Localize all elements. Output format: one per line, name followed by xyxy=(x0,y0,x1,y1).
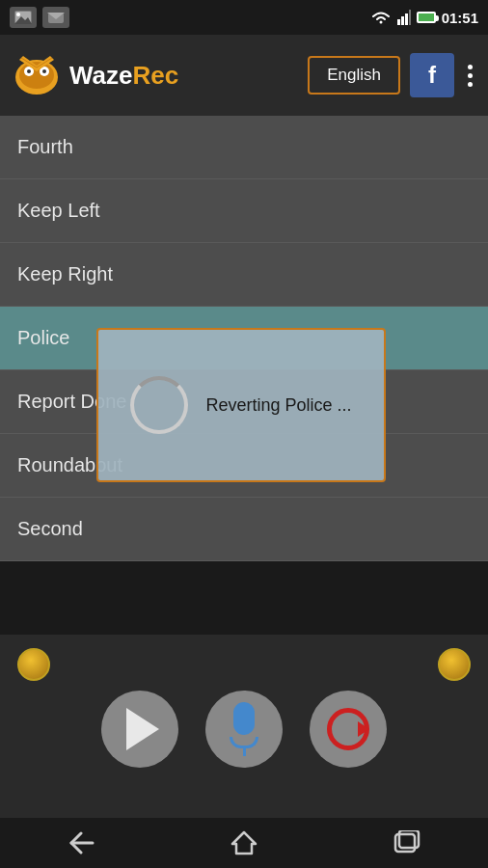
rec-text: Rec xyxy=(133,61,179,90)
list-item[interactable]: Second xyxy=(0,498,488,561)
bottom-top-row xyxy=(0,635,488,681)
svg-rect-6 xyxy=(397,19,400,25)
play-button[interactable] xyxy=(101,691,178,768)
notification-icon xyxy=(42,7,69,28)
loading-text: Reverting Police ... xyxy=(205,395,351,416)
svg-rect-8 xyxy=(405,14,408,25)
mic-body xyxy=(233,702,255,735)
microphone-button[interactable] xyxy=(205,691,283,768)
status-icons-right: 01:51 xyxy=(370,10,478,26)
language-button[interactable]: English xyxy=(308,56,400,95)
mic-base xyxy=(243,748,246,756)
record-c-shape xyxy=(327,708,369,750)
mic-icon xyxy=(230,702,258,756)
play-icon xyxy=(126,708,159,750)
status-bar: 01:51 xyxy=(0,0,488,35)
list-item[interactable]: Keep Left xyxy=(0,179,488,243)
svg-marker-17 xyxy=(232,832,256,854)
battery-icon xyxy=(417,12,436,23)
loading-overlay: Reverting Police ... xyxy=(96,328,386,482)
list-item[interactable]: Keep Right xyxy=(0,243,488,307)
navigation-bar xyxy=(0,818,488,868)
wifi-icon xyxy=(370,10,392,25)
list-item-label: Fourth xyxy=(17,136,73,158)
list-item[interactable]: Fourth xyxy=(0,116,488,179)
list-item-label: Keep Right xyxy=(17,263,113,285)
svg-rect-9 xyxy=(409,10,411,25)
list-item-label: Police xyxy=(17,327,69,349)
waze-text: Waze xyxy=(69,61,133,90)
mic-stand xyxy=(230,737,258,748)
bottom-controls-bar xyxy=(0,635,488,818)
header-right: English f xyxy=(308,53,476,97)
logo-container: WazeRec xyxy=(12,50,178,100)
more-dot-1 xyxy=(468,65,473,69)
app-logo xyxy=(12,50,62,100)
facebook-icon: f xyxy=(428,62,436,89)
svg-point-14 xyxy=(27,69,31,73)
gallery-icon xyxy=(10,7,37,28)
left-indicator xyxy=(17,648,50,681)
home-button[interactable] xyxy=(230,830,258,855)
controls-row xyxy=(101,691,387,768)
record-button[interactable] xyxy=(310,691,387,768)
more-dot-3 xyxy=(468,82,473,87)
more-dot-2 xyxy=(468,73,473,78)
recents-button[interactable] xyxy=(393,830,420,855)
loading-spinner xyxy=(130,376,188,434)
svg-point-15 xyxy=(42,69,46,73)
list-item-label: Second xyxy=(17,518,83,540)
record-icon xyxy=(324,705,372,753)
signal-icon xyxy=(397,10,411,25)
svg-rect-7 xyxy=(401,16,404,25)
right-indicator xyxy=(438,648,471,681)
more-options-button[interactable] xyxy=(464,61,476,91)
status-icons-left xyxy=(10,7,69,28)
facebook-button[interactable]: f xyxy=(410,53,454,97)
svg-point-3 xyxy=(16,13,20,16)
time-display: 01:51 xyxy=(442,10,478,26)
list-item-label: Keep Left xyxy=(17,200,100,222)
app-title: WazeRec xyxy=(69,61,178,91)
app-header: WazeRec English f xyxy=(0,35,488,116)
back-button[interactable] xyxy=(68,831,95,854)
